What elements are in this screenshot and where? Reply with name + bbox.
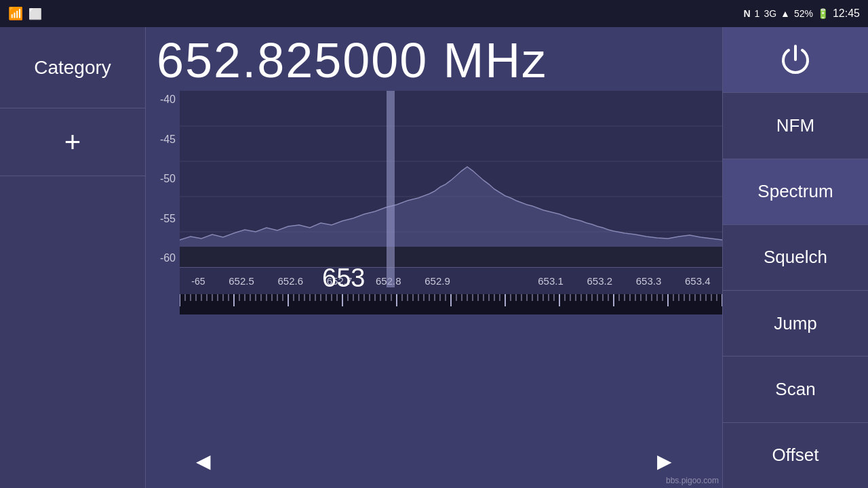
y-label-3: -50 xyxy=(146,173,180,185)
squelch-button[interactable]: Squelch xyxy=(723,225,868,291)
freq-label-9: 653.3 xyxy=(636,275,662,287)
wifi-icon: 📶 xyxy=(8,6,23,21)
spectrum-svg xyxy=(180,91,722,267)
cast-icon: ⬜ xyxy=(28,7,42,20)
right-panel: NFM Spectrum Squelch Jump Scan Offset xyxy=(722,27,868,488)
status-bar: 📶 ⬜ N 1 3G ▲ 52% 🔋 12:45 xyxy=(0,0,868,27)
power-button[interactable] xyxy=(723,27,868,93)
status-right: N 1 3G ▲ 52% 🔋 12:45 xyxy=(743,7,860,20)
y-label-1: -40 xyxy=(146,94,180,106)
tick-ruler xyxy=(180,294,722,314)
spectrum-chart: -40 -45 -50 -55 -60 xyxy=(146,91,722,281)
battery-icon: 🔋 xyxy=(817,8,829,19)
spectrum-label: Spectrum xyxy=(757,181,833,202)
nfc-icon: N xyxy=(743,8,750,19)
sim-icon: 1 xyxy=(755,8,760,19)
spectrum-button[interactable]: Spectrum xyxy=(723,159,868,225)
add-label: + xyxy=(64,126,81,159)
battery-label: 52% xyxy=(794,8,813,19)
center-cursor xyxy=(387,91,395,287)
frequency-ruler: -65 652.5 652.6 652.7 652.8 652.9 653.1 … xyxy=(180,267,722,294)
tick-svg xyxy=(180,294,722,314)
forward-arrow[interactable]: ▶ xyxy=(648,444,682,478)
category-button[interactable]: Category xyxy=(0,27,145,108)
chart-canvas xyxy=(180,91,722,267)
watermark: bbs.pigoo.com xyxy=(666,476,719,485)
clock: 12:45 xyxy=(833,7,860,20)
squelch-label: Squelch xyxy=(764,247,827,268)
sidebar-content xyxy=(0,176,145,488)
freq-label-10: 653.4 xyxy=(685,275,711,287)
center-freq-label: 653 xyxy=(322,264,365,293)
freq-label-5: 652.9 xyxy=(425,275,450,287)
power-svg xyxy=(776,41,814,79)
category-label: Category xyxy=(34,57,111,79)
freq-label-7: 653.1 xyxy=(538,275,564,287)
add-button[interactable]: + xyxy=(0,108,145,176)
y-label-5: -60 xyxy=(146,252,180,264)
spectrum-container: -40 -45 -50 -55 -60 xyxy=(146,91,722,488)
frequency-value: 652.825000 MHz xyxy=(157,33,547,87)
spectrum-area: 652.825000 MHz -40 -45 -50 -55 -60 xyxy=(146,27,722,488)
freq-label-1: 652.5 xyxy=(229,275,254,287)
y-axis: -40 -45 -50 -55 -60 xyxy=(146,91,180,267)
y-label-2: -45 xyxy=(146,134,180,146)
power-icon xyxy=(775,39,816,80)
frequency-display: 652.825000 MHz xyxy=(146,27,722,91)
nav-bar: ◀ ▶ xyxy=(146,434,722,488)
nfm-button[interactable]: NFM xyxy=(723,93,868,159)
svg-rect-5 xyxy=(180,247,722,267)
sidebar: Category + xyxy=(0,27,146,488)
back-arrow[interactable]: ◀ xyxy=(186,444,220,478)
jump-button[interactable]: Jump xyxy=(723,291,868,357)
network-label: 3G xyxy=(764,8,776,19)
offset-label: Offset xyxy=(772,445,819,466)
freq-label-8: 653.2 xyxy=(587,275,612,287)
scan-label: Scan xyxy=(775,379,815,400)
signal-icon: ▲ xyxy=(781,8,790,19)
freq-label-2: 652.6 xyxy=(278,275,304,287)
offset-button[interactable]: Offset xyxy=(723,423,868,488)
scan-button[interactable]: Scan xyxy=(723,357,868,422)
main-layout: Category + 652.825000 MHz -40 -45 -50 -5… xyxy=(0,27,868,488)
status-left: 📶 ⬜ xyxy=(8,6,42,21)
jump-label: Jump xyxy=(774,313,817,334)
nfm-label: NFM xyxy=(776,115,814,136)
y-label-4: -55 xyxy=(146,213,180,225)
freq-label-0: -65 xyxy=(191,276,205,287)
